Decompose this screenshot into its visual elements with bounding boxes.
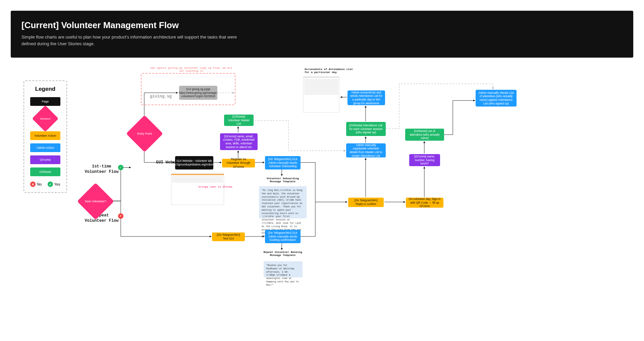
legend-gforms: GForms xyxy=(30,155,60,164)
legend-gsheets: GSheets xyxy=(30,167,60,176)
label-screenshots: Screenshots of Attendance List for a par… xyxy=(305,68,355,74)
node-check-list: Admin manually checks List of attendees … xyxy=(476,90,517,107)
node-attendee-list: [GSheets] List of attendees (who actuall… xyxy=(405,129,444,141)
node-attendance-list: [GSheets] Attendance List for each volun… xyxy=(346,122,386,136)
legend-page: Page xyxy=(30,97,60,106)
legend-yes: ✓Yes xyxy=(48,182,60,187)
node-gforms-attendee: [GForms] name, number, having lunch? xyxy=(409,154,440,166)
label-repeat-template: Repeat Volunteer Booking Message Templat… xyxy=(262,251,304,257)
node-admin-onboard: [On Telegram/WA] GUI Admin manually send… xyxy=(265,156,301,169)
decision-entry-point: Entry Point xyxy=(131,121,158,147)
node-reply-confirm: [On Telegram/WA] Reply to confirm xyxy=(348,198,384,207)
node-signin: On volunteer day, Sign in with QR Code →… xyxy=(406,198,443,208)
page-title: [Current] Volunteer Management Flow xyxy=(21,20,623,30)
node-text-gui: [On Telegram/WA] Text GUI xyxy=(212,232,245,241)
image-attendance-screenshot xyxy=(303,76,339,113)
node-master-list: [GSheets] Volunteer Master List xyxy=(224,115,254,126)
legend-no: ✕No xyxy=(30,182,42,187)
label-first-time: 1st-time Volunteer Flow xyxy=(83,164,120,175)
annotation-brings-user: brings user to GForms xyxy=(199,185,232,188)
image-gui-website-screenshot xyxy=(171,174,224,205)
node-gforms-fields: [GForms] name, email, contact, YOB, resi… xyxy=(220,133,258,150)
legend-panel: Legend Page Decision Volunteer Action Ad… xyxy=(23,80,67,193)
note-ignore: can ignore giving.sg volunteer sign up f… xyxy=(148,66,235,72)
page-subtitle: Simple flow charts are useful to plan ho… xyxy=(21,34,250,47)
node-admin-repeat: [On Telegram/WA] GUI Admin manually send… xyxy=(265,230,301,243)
label-onboard-template: Volunteer Onboarding Message Template xyxy=(262,177,304,183)
note-repeat-template: "Booked you for RooRoads on Saturday aft… xyxy=(264,261,303,277)
legend-admin: Admin Action xyxy=(30,143,60,152)
node-register: Register as Volunteer through GForms xyxy=(222,159,255,167)
node-copy-paste: Admin manually copy/paste volunteer deta… xyxy=(346,143,386,157)
node-gui-website: GUI Website - Volunteer tab https://grou… xyxy=(175,156,213,169)
label-repeat: Repeat Volunteer Flow xyxy=(83,213,120,223)
legend-volunteer: Volunteer Action xyxy=(30,131,60,140)
decision-new-volunteer: New Volunteer? xyxy=(83,188,109,214)
node-screenshot-send: Admin screenshots and sends Attendance L… xyxy=(347,90,385,105)
legend-title: Legend xyxy=(28,86,63,92)
node-giving-page: GUI giving.sg page https://www.giving.sg… xyxy=(179,86,217,100)
header-banner: [Current] Volunteer Management Flow Simp… xyxy=(11,11,633,58)
legend-decision: Decision xyxy=(36,109,55,128)
note-onboard-template: "Hi Jing Ren,\n\nThis is Dong Yan and Ky… xyxy=(259,186,307,218)
